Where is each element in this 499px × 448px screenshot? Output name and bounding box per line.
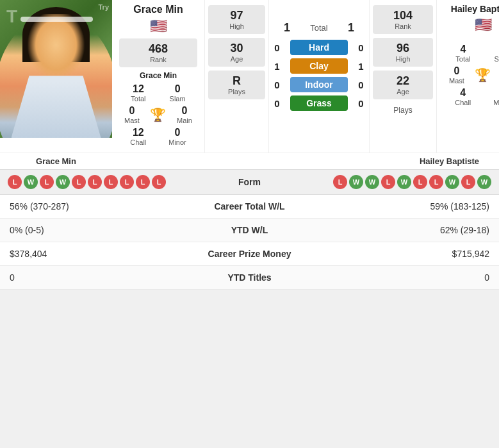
left-slam-label: Slam [170, 95, 186, 103]
left-form-badge: L [88, 175, 102, 189]
right-mast-stat: 0 Mast [449, 65, 464, 85]
left-plays-value: R [215, 74, 259, 88]
grass-row: 0 Grass 0 [269, 95, 369, 111]
left-mast-value: 0 [124, 105, 140, 117]
left-player-name-below: Grace Min [140, 71, 177, 80]
total-label: Total [302, 23, 337, 33]
right-form-badge: L [461, 175, 475, 189]
total-left: 1 [279, 21, 295, 35]
left-minor-stat: 0 Minor [168, 127, 186, 146]
left-stats-column: 97 High 30 Age R Plays [205, 0, 269, 153]
left-minor-value: 0 [168, 127, 186, 138]
indoor-right: 0 [353, 79, 369, 90]
left-age-box: 30 Age [208, 38, 265, 67]
career-stats-section: 56% (370-287) Career Total W/L 59% (183-… [0, 195, 499, 290]
right-mast-label: Mast [449, 77, 464, 85]
right-chall-label: Chall [455, 99, 471, 106]
stats-left-1: 0% (0-5) [10, 225, 170, 235]
left-plays-box: R Plays [208, 71, 265, 99]
right-minor-value: 0 [493, 87, 499, 99]
right-form-badge: W [349, 175, 363, 189]
right-mast-value: 0 [449, 65, 464, 77]
left-form-badge: L [72, 175, 86, 189]
right-player-card: Hailey Baptiste 🇺🇸 4 Total 0 Slam 0 Mast [436, 0, 499, 153]
right-total-stat: 4 Total [455, 44, 470, 63]
left-mast-stat: 0 Mast [124, 105, 140, 124]
left-total-value: 12 [131, 83, 145, 95]
left-player-name-header: Grace Min [133, 4, 183, 15]
sponsor-text: Try [98, 3, 109, 11]
right-form-badge: W [365, 175, 379, 189]
right-stats-column: 104 Rank 96 High 22 Age Plays [369, 0, 436, 153]
left-high-value: 97 [215, 9, 259, 22]
right-name-under-photo: Hailey Baptiste [400, 153, 499, 169]
left-form-badges: LWLWLLLLLL [8, 175, 166, 189]
indoor-row: 0 Indoor 0 [269, 77, 369, 92]
right-slam-label: Slam [495, 55, 499, 63]
stats-left-3: 0 [10, 272, 170, 283]
left-form-badge: L [152, 175, 166, 189]
right-rank-label: Rank [379, 22, 427, 30]
left-high-box: 97 High [208, 5, 265, 34]
left-name-under-photo: Grace Min [0, 153, 112, 169]
right-rank-value: 104 [379, 9, 427, 22]
left-chall-value: 12 [130, 127, 146, 138]
left-total-stat: 12 Total [131, 83, 145, 103]
stats-right-2: $715,942 [329, 249, 489, 259]
left-main-value: 0 [177, 105, 192, 117]
left-total-label: Total [131, 95, 145, 103]
right-high-label: High [379, 55, 427, 63]
right-form-badge: L [413, 175, 427, 189]
stats-row: 0% (0-5) YTD W/L 62% (29-18) [0, 219, 499, 242]
right-form-badge: W [477, 175, 491, 189]
stats-center-0: Career Total W/L [170, 201, 329, 212]
right-age-value: 22 [379, 74, 427, 88]
left-form-badge: L [136, 175, 150, 189]
right-age-box: 22 Age [373, 71, 433, 99]
form-label: Form [231, 177, 269, 187]
right-total-value: 4 [455, 44, 470, 55]
stats-center-1: YTD W/L [170, 225, 329, 235]
stats-right-1: 62% (29-18) [329, 225, 489, 235]
right-age-label: Age [379, 88, 427, 95]
left-trophy-icon: 🏆 [150, 107, 166, 122]
stats-right-3: 0 [329, 272, 489, 283]
stats-row: 56% (370-287) Career Total W/L 59% (183-… [0, 195, 499, 219]
stats-row: 0 YTD Titles 0 [0, 266, 499, 290]
grass-left: 0 [269, 98, 285, 109]
center-match-area: 1 Total 1 0 Hard 0 1 Clay 1 0 Indoor 0 [269, 0, 369, 153]
logo-t: T [6, 6, 17, 27]
hard-right: 0 [353, 42, 369, 53]
left-form-badge: W [24, 175, 38, 189]
right-slam-value: 0 [495, 44, 499, 55]
hard-left: 0 [269, 42, 285, 53]
right-high-value: 96 [379, 42, 427, 55]
right-total-label: Total [455, 55, 470, 63]
indoor-badge: Indoor [290, 77, 348, 92]
right-player-flag: 🇺🇸 [475, 17, 492, 33]
stats-right-0: 59% (183-125) [329, 201, 489, 212]
left-chall-stat: 12 Chall [130, 127, 146, 146]
right-minor-stat: 0 Minor [493, 87, 499, 106]
left-rank-box: 468 Rank [119, 38, 197, 67]
right-form-badges: LWWLWLLWLW [333, 175, 491, 189]
right-minor-label: Minor [493, 99, 499, 106]
clay-right: 1 [353, 61, 369, 72]
hard-row: 0 Hard 0 [269, 40, 369, 55]
right-form-badge: L [333, 175, 347, 189]
right-slam-stat: 0 Slam [495, 44, 499, 63]
left-rank-label: Rank [126, 56, 191, 63]
right-form-badge: W [445, 175, 459, 189]
main-container: T Try Grace Min 🇺🇸 468 Rank Grace Min 12 [0, 0, 499, 290]
right-chall-stat: 4 Chall [455, 87, 471, 106]
left-form-badge: L [8, 175, 22, 189]
total-right: 1 [343, 21, 359, 35]
total-row: 1 Total 1 [279, 21, 359, 35]
form-section: LWLWLLLLLL Form LWWLWLLWLW [0, 170, 499, 195]
left-main-stat: 0 Main [177, 105, 192, 124]
left-slam-stat: 0 Slam [170, 83, 186, 103]
left-age-value: 30 [215, 42, 259, 55]
right-chall-value: 4 [455, 87, 471, 99]
left-age-label: Age [215, 55, 259, 63]
left-player-photo: T Try [0, 0, 112, 138]
